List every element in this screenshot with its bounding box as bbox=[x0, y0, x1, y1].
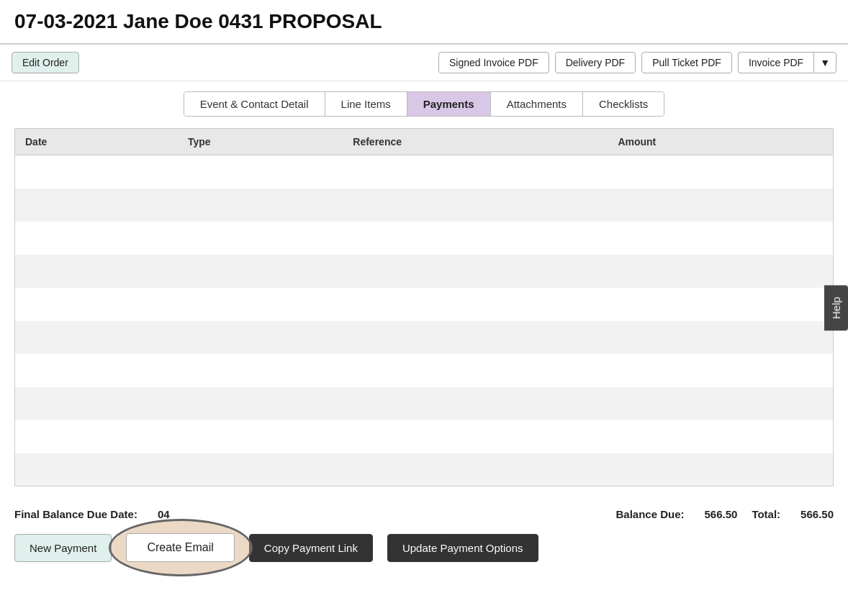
table-row bbox=[15, 255, 834, 288]
help-button[interactable]: Help bbox=[824, 286, 848, 331]
action-buttons: New Payment Create Email Copy Payment Li… bbox=[0, 527, 848, 576]
invoice-pdf-main-button[interactable]: Invoice PDF bbox=[738, 52, 813, 73]
balance-due-date-value: 04 bbox=[158, 508, 170, 520]
table-row bbox=[15, 189, 834, 222]
total-value: 566.50 bbox=[800, 508, 834, 520]
update-payment-options-button[interactable]: Update Payment Options bbox=[387, 534, 538, 562]
pull-ticket-pdf-button[interactable]: Pull Ticket PDF bbox=[641, 52, 732, 73]
balance-due-label: Balance Due: bbox=[615, 508, 684, 520]
col-reference: Reference bbox=[343, 129, 608, 155]
table-header-row: Date Type Reference Amount bbox=[15, 129, 834, 155]
tab-payments[interactable]: Payments bbox=[407, 92, 491, 116]
tab-attachments[interactable]: Attachments bbox=[491, 92, 583, 116]
page-title: 07-03-2021 Jane Doe 0431 PROPOSAL bbox=[14, 10, 382, 32]
copy-payment-link-button[interactable]: Copy Payment Link bbox=[249, 534, 373, 562]
tab-checklists[interactable]: Checklists bbox=[583, 92, 664, 116]
table-row bbox=[15, 420, 834, 453]
table-row bbox=[15, 288, 834, 321]
table-row bbox=[15, 354, 834, 387]
main-content: Date Type Reference Amount bbox=[0, 117, 848, 498]
toolbar: Edit Order Signed Invoice PDF Delivery P… bbox=[0, 45, 848, 81]
page-header: 07-03-2021 Jane Doe 0431 PROPOSAL bbox=[0, 0, 848, 45]
delivery-pdf-button[interactable]: Delivery PDF bbox=[555, 52, 636, 73]
tab-line-items[interactable]: Line Items bbox=[325, 92, 407, 116]
edit-order-button[interactable]: Edit Order bbox=[12, 52, 79, 73]
col-type: Type bbox=[178, 129, 343, 155]
table-row bbox=[15, 222, 834, 255]
tabs: Event & Contact Detail Line Items Paymen… bbox=[184, 91, 665, 117]
invoice-pdf-arrow-button[interactable]: ▼ bbox=[813, 52, 836, 73]
invoice-pdf-split-button: Invoice PDF ▼ bbox=[738, 52, 836, 73]
signed-invoice-pdf-button[interactable]: Signed Invoice PDF bbox=[438, 52, 549, 73]
new-payment-button[interactable]: New Payment bbox=[14, 534, 112, 562]
toolbar-left: Edit Order bbox=[12, 52, 431, 73]
tab-event-contact[interactable]: Event & Contact Detail bbox=[184, 92, 325, 116]
table-row bbox=[15, 321, 834, 354]
col-date: Date bbox=[15, 129, 178, 155]
table-body bbox=[15, 155, 834, 486]
toolbar-right: Signed Invoice PDF Delivery PDF Pull Tic… bbox=[438, 52, 836, 73]
footer-summary: Final Balance Due Date: 04 Balance Due: … bbox=[0, 498, 848, 527]
balance-due-value: 566.50 bbox=[705, 508, 738, 520]
tabs-container: Event & Contact Detail Line Items Paymen… bbox=[0, 81, 848, 117]
create-email-wrapper: Create Email bbox=[126, 533, 234, 562]
create-email-button[interactable]: Create Email bbox=[126, 533, 234, 562]
table-row bbox=[15, 387, 834, 420]
total-label: Total: bbox=[752, 508, 780, 520]
col-amount: Amount bbox=[608, 129, 833, 155]
table-row bbox=[15, 155, 834, 189]
payments-table: Date Type Reference Amount bbox=[14, 128, 834, 486]
table-row bbox=[15, 453, 834, 486]
balance-due-date-label: Final Balance Due Date: bbox=[14, 508, 137, 520]
